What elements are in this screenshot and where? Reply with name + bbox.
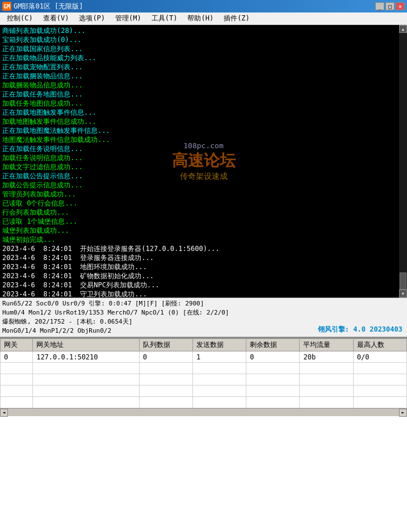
network-table-area: 网关 网关地址 队列数据 发送数据 剩余数据 平均流量 最高人数 0127.0.… <box>0 337 407 532</box>
console-line: 宝箱列表加载成功(0)... <box>2 35 405 44</box>
maximize-button[interactable]: □ <box>385 2 395 10</box>
status-monster: [刷怪: 2900] <box>161 300 204 307</box>
table-cell-queue: 0 <box>139 351 192 363</box>
table-cell-gateway: 0 <box>1 351 33 363</box>
console-area[interactable]: 商铺列表加载成功(28)...宝箱列表加载成功(0)...正在加载国家信息列表.… <box>0 25 407 298</box>
scroll-track[interactable] <box>399 33 407 290</box>
h-scroll-track[interactable] <box>8 409 399 416</box>
table-cell-remain: 0 <box>246 351 300 363</box>
console-line: 2023-4-6 8:24:01 地图环境加载成功... <box>2 262 405 271</box>
table-header-row: 网关 网关地址 队列数据 发送数据 剩余数据 平均流量 最高人数 <box>1 339 407 351</box>
table-cell-max: 0/0 <box>353 351 406 363</box>
col-send: 发送数据 <box>192 339 246 351</box>
window-title: GM部落01区 [无限版] <box>14 2 83 11</box>
main-area: 商铺列表加载成功(28)...宝箱列表加载成功(0)...正在加载国家信息列表.… <box>0 25 407 532</box>
console-line: 2023-4-6 8:24:01 守卫列表加载成功... <box>2 290 405 298</box>
col-gateway: 网关 <box>1 339 33 351</box>
console-line: 加载文字过滤信息成功... <box>2 162 405 171</box>
table-row-empty <box>1 386 407 397</box>
table-cell-send: 1 <box>192 351 246 363</box>
console-line: 商铺列表加载成功(28)... <box>2 26 405 35</box>
console-line: 2023-4-6 8:24:01 矿物数据初始化成功... <box>2 271 405 280</box>
h-scroll-right[interactable]: ► <box>399 409 407 417</box>
console-line: 正在加载任务地图信息... <box>2 90 405 99</box>
close-button[interactable]: × <box>396 2 405 10</box>
status-online: [在线: 2/2/0] <box>183 309 229 316</box>
minimize-button[interactable]: _ <box>375 2 384 10</box>
console-line: 已读取 1个城堡信息... <box>2 217 405 226</box>
status-run: Run65/22 Soc0/0 Usr0/9 <box>2 300 85 307</box>
console-line: 地图魔法触发事件信息加载成功... <box>2 135 405 144</box>
menubar: 控制(C) 查看(V) 选项(P) 管理(M) 工具(T) 帮助(H) 插件(Z… <box>0 12 407 25</box>
table-row[interactable]: 0127.0.0.1:5021001020b0/0 <box>1 351 407 363</box>
col-avg: 平均流量 <box>300 339 353 351</box>
console-line: 正在加载物品技能威力列表... <box>2 53 405 62</box>
table-row-empty <box>1 363 407 374</box>
title-bar: GM GM部落01区 [无限版] _ □ × <box>0 0 407 12</box>
menu-view[interactable]: 查看(V) <box>39 12 74 24</box>
status-local-time: [本机: 0.0654天] <box>76 318 132 325</box>
network-table: 网关 网关地址 队列数据 发送数据 剩余数据 平均流量 最高人数 0127.0.… <box>0 338 407 408</box>
status-line-1: Run65/22 Soc0/0 Usr0/9 引擎: 0:0:47 [M][F]… <box>2 299 405 308</box>
engine-version: 翎风引擎: 4.0 20230403 <box>318 325 402 334</box>
console-line: 加载捆装物品信息成功... <box>2 81 405 90</box>
h-scroll-left[interactable]: ◄ <box>0 409 8 417</box>
status-engine-time: 引擎: 0:0:47 [M][F] <box>89 300 157 307</box>
status-hum: Hum0/4 Mon1/2 UsrRot19/1353 MerchO/7 Npc… <box>2 309 179 316</box>
console-line: 2023-4-6 8:24:01 交易NPC列表加载成功... <box>2 280 405 290</box>
console-line: 已读取 0个行会信息... <box>2 199 405 208</box>
console-line: 加载任务说明信息成功... <box>2 153 405 162</box>
console-line: 行会列表加载成功... <box>2 208 405 217</box>
scroll-up-button[interactable]: ▲ <box>399 25 407 33</box>
table-row-empty <box>1 374 407 386</box>
status-line-2: Hum0/4 Mon1/2 UsrRot19/1353 MerchO/7 Npc… <box>2 308 405 317</box>
console-output: 商铺列表加载成功(28)...宝箱列表加载成功(0)...正在加载国家信息列表.… <box>2 26 405 298</box>
console-line: 正在加载公告提示信息... <box>2 171 405 181</box>
console-line: 正在加载宠物配置列表... <box>2 62 405 72</box>
console-scrollbar[interactable]: ▲ ▼ <box>399 25 407 298</box>
console-line: 城堡列表加载成功... <box>2 226 405 235</box>
menu-control[interactable]: 控制(C) <box>2 12 37 24</box>
menu-plugins[interactable]: 插件(Z) <box>219 12 254 24</box>
console-line: 加载任务地图信息成功... <box>2 99 405 108</box>
console-line: 城堡初始完成... <box>2 235 405 244</box>
console-line: 正在加载地图触发事件信息... <box>2 108 405 117</box>
col-remain: 剩余数据 <box>246 339 300 351</box>
status-mon: MonG0/1/4 MonP1/2/2 ObjRun0/2 <box>2 327 111 334</box>
app-icon: GM <box>2 2 11 11</box>
status-spider: 爆裂蜘蛛, 202/1752 - <box>2 318 72 325</box>
console-line: 加载公告提示信息成功... <box>2 181 405 190</box>
table-row-empty <box>1 397 407 408</box>
col-queue: 队列数据 <box>139 339 192 351</box>
status-bar: Run65/22 Soc0/0 Usr0/9 引擎: 0:0:47 [M][F]… <box>0 298 407 337</box>
console-line: 管理员列表加载成功... <box>2 190 405 199</box>
table-cell-avg: 20b <box>300 351 353 363</box>
horizontal-scrollbar[interactable]: ◄ ► <box>0 408 407 416</box>
menu-help[interactable]: 帮助(H) <box>183 12 218 24</box>
menu-options[interactable]: 选项(P) <box>74 12 110 24</box>
title-bar-left: GM GM部落01区 [无限版] <box>2 2 83 11</box>
console-line: 正在加载地图魔法触发事件信息... <box>2 126 405 135</box>
console-line: 正在加载国家信息列表... <box>2 44 405 53</box>
network-table-body: 0127.0.0.1:5021001020b0/0 <box>1 351 407 408</box>
col-max: 最高人数 <box>353 339 406 351</box>
console-line: 正在加载捆装物品信息... <box>2 72 405 81</box>
menu-manage[interactable]: 管理(M) <box>111 12 146 24</box>
title-buttons: _ □ × <box>375 2 405 10</box>
col-address: 网关地址 <box>33 339 140 351</box>
scroll-thumb[interactable] <box>400 273 406 290</box>
scroll-down-button[interactable]: ▼ <box>399 290 407 298</box>
console-line: 加载地图触发事件信息成功... <box>2 117 405 126</box>
console-line: 2023-4-6 8:24:01 登录服务器连接成功... <box>2 253 405 262</box>
menu-tools[interactable]: 工具(T) <box>147 12 182 24</box>
table-cell-address: 127.0.0.1:50210 <box>33 351 140 363</box>
console-line: 正在加载任务说明信息... <box>2 144 405 153</box>
console-line: 2023-4-6 8:24:01 开始连接登录服务器(127.0.0.1:560… <box>2 244 405 253</box>
